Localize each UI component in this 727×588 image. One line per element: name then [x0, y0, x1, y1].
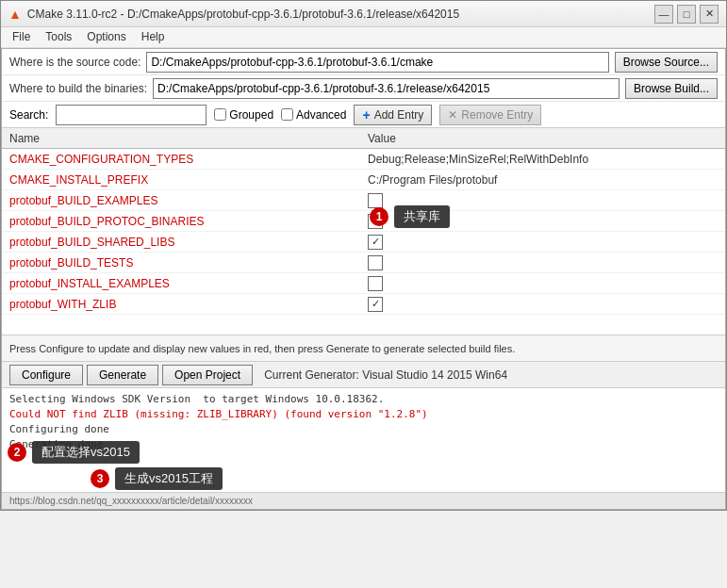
grouped-checkbox-label[interactable]: Grouped — [214, 108, 273, 122]
browse-build-button[interactable]: Browse Build... — [625, 78, 718, 99]
row-checkbox-5[interactable] — [368, 255, 383, 270]
add-entry-label: Add Entry — [374, 108, 424, 122]
row-name-1: CMAKE_INSTALL_PREFIX — [9, 173, 368, 187]
row-name-5: protobuf_BUILD_TESTS — [9, 256, 368, 270]
generate-button[interactable]: Generate — [87, 365, 158, 385]
table-row[interactable]: protobuf_WITH_ZLIB — [2, 294, 725, 315]
entries-table: Name Value CMAKE_CONFIGURATION_TYPES Deb… — [2, 128, 725, 335]
plus-icon: + — [362, 107, 370, 122]
log-line-3: Generating done — [9, 437, 718, 452]
remove-entry-label: Remove Entry — [461, 108, 533, 122]
row-name-0: CMAKE_CONFIGURATION_TYPES — [9, 153, 368, 166]
row-checkbox-2[interactable] — [368, 193, 383, 208]
close-button[interactable]: ✕ — [700, 5, 719, 24]
binaries-row: Where to build the binaries: Browse Buil… — [2, 75, 725, 102]
browse-source-button[interactable]: Browse Source... — [615, 52, 718, 73]
menu-file[interactable]: File — [5, 29, 38, 45]
table-row[interactable]: protobuf_INSTALL_EXAMPLES — [2, 273, 725, 294]
advanced-checkbox-label[interactable]: Advanced — [281, 108, 346, 122]
log-area: Selecting Windows SDK Version to target … — [2, 388, 725, 492]
row-name-4: protobuf_BUILD_SHARED_LIBS — [9, 236, 368, 249]
table-row[interactable]: CMAKE_CONFIGURATION_TYPES Debug;Release;… — [2, 149, 725, 170]
remove-icon: ✕ — [448, 108, 457, 122]
add-entry-button[interactable]: + Add Entry — [354, 105, 432, 125]
minimize-button[interactable]: — — [654, 5, 673, 24]
menu-help[interactable]: Help — [134, 29, 173, 45]
advanced-label: Advanced — [296, 108, 346, 122]
col-name-header: Name — [9, 132, 368, 145]
row-name-3: protobuf_BUILD_PROTOC_BINARIES — [9, 215, 368, 228]
table-row[interactable]: protobuf_BUILD_SHARED_LIBS — [2, 232, 725, 253]
row-name-6: protobuf_INSTALL_EXAMPLES — [9, 277, 368, 290]
log-line-2: Configuring done — [9, 422, 718, 437]
configure-button[interactable]: Configure — [9, 365, 83, 385]
maximize-button[interactable]: □ — [677, 5, 696, 24]
window-controls: — □ ✕ — [654, 5, 719, 24]
table-header: Name Value — [2, 128, 725, 149]
source-input[interactable] — [146, 52, 608, 73]
search-label: Search: — [9, 108, 48, 122]
binaries-label: Where to build the binaries: — [9, 82, 147, 95]
search-row: Search: Grouped Advanced + Add Entry ✕ R… — [2, 102, 725, 128]
action-row: Configure Generate Open Project Current … — [2, 362, 725, 388]
table-row[interactable]: protobuf_BUILD_EXAMPLES — [2, 190, 725, 211]
col-value-header: Value — [368, 132, 718, 145]
row-name-2: protobuf_BUILD_EXAMPLES — [9, 194, 368, 207]
row-checkbox-6[interactable] — [368, 276, 383, 291]
table-row[interactable]: CMAKE_INSTALL_PREFIX C:/Program Files/pr… — [2, 170, 725, 190]
bottom-bar: https://blog.csdn.net/qq_xxxxxxxxxx/arti… — [2, 492, 725, 509]
advanced-checkbox[interactable] — [281, 108, 293, 121]
row-checkbox-3[interactable] — [368, 214, 383, 229]
bottom-url: https://blog.csdn.net/qq_xxxxxxxxxx/arti… — [9, 496, 253, 506]
remove-entry-button[interactable]: ✕ Remove Entry — [439, 105, 541, 125]
binaries-input[interactable] — [153, 78, 620, 99]
source-row: Where is the source code: Browse Source.… — [2, 49, 725, 75]
row-checkbox-7[interactable] — [368, 297, 383, 312]
table-row[interactable]: protobuf_BUILD_PROTOC_BINARIES — [2, 211, 725, 232]
window-title: CMake 3.11.0-rc2 - D:/CmakeApps/protobuf… — [27, 8, 654, 21]
status-text: Press Configure to update and display ne… — [9, 343, 515, 354]
grouped-label: Grouped — [229, 108, 273, 122]
row-value-1: C:/Program Files/protobuf — [368, 173, 718, 187]
main-content: Where is the source code: Browse Source.… — [1, 48, 726, 510]
row-value-0: Debug;Release;MinSizeRel;RelWithDebInfo — [368, 153, 718, 166]
source-label: Where is the source code: — [9, 56, 140, 69]
menu-options[interactable]: Options — [79, 29, 133, 45]
log-line-1: Could NOT find ZLIB (missing: ZLIB_LIBRA… — [9, 407, 718, 422]
open-project-button[interactable]: Open Project — [162, 365, 253, 385]
app-icon: ▲ — [8, 7, 22, 22]
status-bar: Press Configure to update and display ne… — [2, 335, 725, 362]
menu-bar: File Tools Options Help — [1, 27, 726, 48]
grouped-checkbox[interactable] — [214, 108, 226, 121]
row-name-7: protobuf_WITH_ZLIB — [9, 298, 368, 311]
generator-label: Current Generator: Visual Studio 14 2015… — [264, 368, 507, 382]
row-checkbox-4[interactable] — [368, 235, 383, 250]
menu-tools[interactable]: Tools — [38, 29, 79, 45]
search-input[interactable] — [56, 105, 207, 125]
table-row[interactable]: protobuf_BUILD_TESTS — [2, 253, 725, 273]
log-line-0: Selecting Windows SDK Version to target … — [9, 392, 718, 407]
title-bar: ▲ CMake 3.11.0-rc2 - D:/CmakeApps/protob… — [1, 1, 726, 27]
